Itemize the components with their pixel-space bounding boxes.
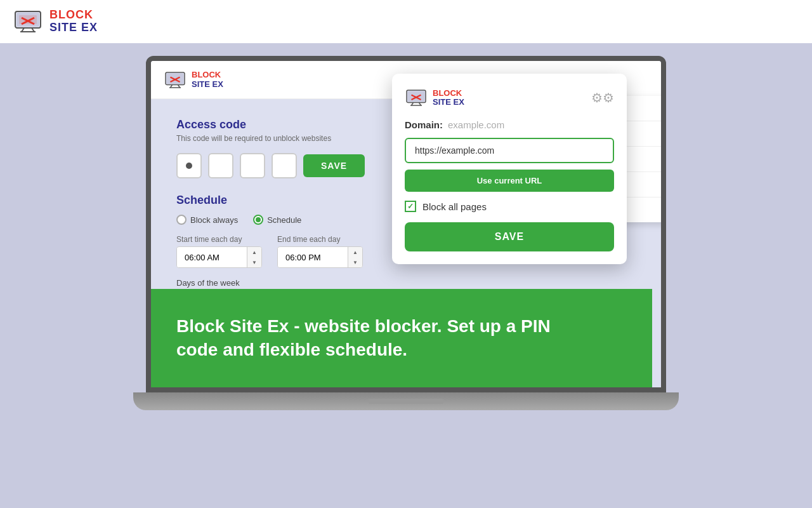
start-time-input-wrap: ▲ ▼ bbox=[176, 246, 262, 268]
days-label: Days of the week bbox=[176, 278, 636, 288]
end-time-spinner: ▲ ▼ bbox=[348, 247, 362, 267]
access-code-save-button[interactable]: SAVE bbox=[303, 154, 365, 177]
logo-icon bbox=[13, 6, 43, 37]
popup-logo-icon bbox=[405, 86, 428, 109]
inner-logo-text-bottom: SITE EX bbox=[192, 80, 223, 89]
inner-logo: BLOCK SITE EX bbox=[164, 69, 223, 91]
app-logo: BLOCK SITE EX bbox=[13, 6, 98, 37]
radio-circle-schedule bbox=[253, 215, 263, 225]
end-time-label: End time each day bbox=[277, 235, 363, 244]
popup-overlay: BLOCK SITE EX ⚙⚙ Domain: example.com Use… bbox=[392, 74, 627, 264]
use-current-url-button[interactable]: Use current URL bbox=[405, 170, 614, 192]
block-all-label: Block all pages bbox=[422, 201, 487, 212]
inner-logo-icon bbox=[164, 69, 187, 91]
green-bottom-text: Block Site Ex - website blocker. Set up … bbox=[176, 315, 557, 361]
start-time-down[interactable]: ▼ bbox=[247, 257, 261, 267]
end-time-input-wrap: ▲ ▼ bbox=[277, 246, 363, 268]
svg-rect-16 bbox=[408, 91, 425, 102]
screen-content: BLOCK SITE EX Access code This code will… bbox=[151, 61, 661, 387]
svg-rect-5 bbox=[19, 15, 37, 24]
popup-logo-area: BLOCK SITE EX bbox=[405, 86, 464, 109]
pin-box-3[interactable] bbox=[240, 153, 265, 178]
inner-logo-text-top: BLOCK bbox=[192, 70, 223, 79]
pin-box-2[interactable] bbox=[208, 153, 233, 178]
start-time-input[interactable] bbox=[177, 248, 247, 267]
laptop-screen: BLOCK SITE EX Access code This code will… bbox=[146, 56, 666, 392]
block-all-checkbox[interactable]: ✓ bbox=[405, 201, 416, 212]
start-time-label: Start time each day bbox=[176, 235, 262, 244]
svg-rect-9 bbox=[167, 73, 184, 84]
laptop-base bbox=[133, 392, 679, 410]
start-time-group: Start time each day ▲ ▼ bbox=[176, 235, 262, 268]
start-time-spinner: ▲ ▼ bbox=[247, 247, 261, 267]
end-time-group: End time each day ▲ ▼ bbox=[277, 235, 363, 268]
settings-icon[interactable]: ⚙⚙ bbox=[591, 90, 614, 105]
inner-logo-text: BLOCK SITE EX bbox=[192, 70, 223, 89]
block-all-row: ✓ Block all pages bbox=[405, 201, 614, 212]
domain-label: Domain: bbox=[405, 119, 443, 130]
top-bar: BLOCK SITE EX bbox=[0, 0, 812, 43]
radio-schedule-label: Schedule bbox=[267, 215, 301, 225]
popup-logo-text-top: BLOCK bbox=[433, 89, 464, 98]
popup-logo-text: BLOCK SITE EX bbox=[433, 89, 464, 107]
radio-block-always[interactable]: Block always bbox=[176, 215, 238, 225]
url-input[interactable] bbox=[405, 138, 614, 163]
domain-row: Domain: example.com bbox=[405, 119, 614, 130]
radio-circle-block-always bbox=[176, 215, 187, 225]
radio-schedule[interactable]: Schedule bbox=[253, 215, 301, 225]
pin-box-4[interactable] bbox=[272, 153, 297, 178]
popup-save-button[interactable]: SAVE bbox=[405, 222, 614, 251]
green-bottom-bar: Block Site Ex - website blocker. Set up … bbox=[151, 289, 652, 387]
logo-text: BLOCK SITE EX bbox=[49, 9, 98, 34]
popup-logo-text-bottom: SITE EX bbox=[433, 98, 464, 107]
popup-header: BLOCK SITE EX ⚙⚙ bbox=[405, 86, 614, 109]
radio-block-always-label: Block always bbox=[190, 215, 238, 225]
laptop-notch bbox=[368, 399, 444, 404]
end-time-up[interactable]: ▲ bbox=[348, 247, 362, 257]
laptop-wrapper: BLOCK SITE EX Access code This code will… bbox=[0, 43, 812, 508]
start-time-up[interactable]: ▲ bbox=[247, 247, 261, 257]
logo-text-top: BLOCK bbox=[49, 9, 98, 22]
domain-value: example.com bbox=[448, 119, 504, 130]
end-time-input[interactable] bbox=[278, 248, 348, 267]
pin-box-1[interactable] bbox=[176, 153, 202, 178]
logo-text-bottom: SITE EX bbox=[49, 22, 98, 34]
end-time-down[interactable]: ▼ bbox=[348, 257, 362, 267]
pin-dot-filled bbox=[186, 163, 192, 169]
